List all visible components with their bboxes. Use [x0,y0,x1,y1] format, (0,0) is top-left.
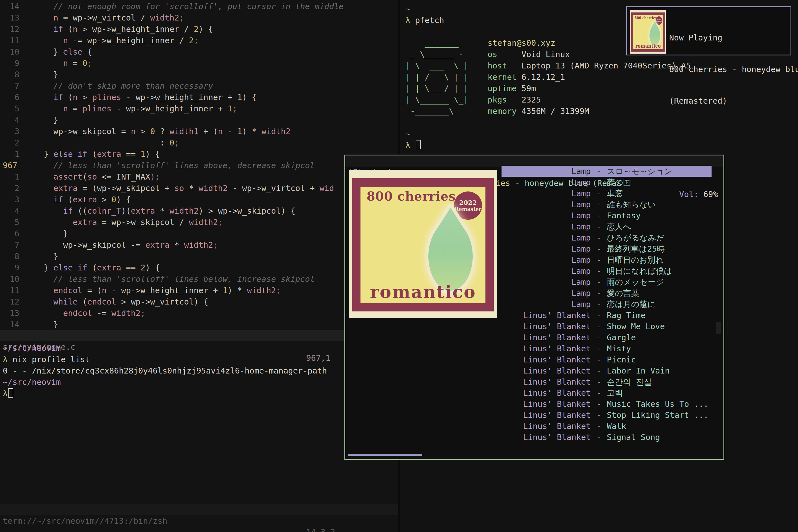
now-playing-notification: 800 cherries 2022 Remaster romantico Now… [626,6,791,55]
code-line: 7 wp->w_skipcol -= extra * width2; [0,240,398,251]
line-number: 7 [0,80,24,92]
playlist-item[interactable]: Lamp-恋は月の蔭に [501,299,711,310]
playlist-item[interactable]: Lamp-Fantasy [501,210,711,221]
music-player-window: [Playing] herries - honeydew blue (Remas… [344,155,724,460]
line-number: 11 [0,285,24,296]
desktop: 14 // not enough room for 'scrolloff', p… [0,0,798,532]
embedded-terminal[interactable]: ~/src/neovimλ nix profile list0 - - /nix… [3,342,396,399]
code-line: 7 // don't skip more than necessary [0,80,398,92]
shell-line: λ nix profile list [3,354,396,365]
line-number: 12 [0,296,24,307]
playlist-item[interactable]: Lamp-雨のメッセージ [501,277,711,288]
code-line: 12 while (endcol > wp->w_virtcol) { [0,296,398,307]
album-title-text: romantico [360,282,486,302]
statusline-term-ruler: 14,3-2 [306,527,335,532]
code-line: 12 if (n > wp->w_height_inner / 2) { [0,23,398,35]
shell-line: 0 - - /nix/store/cq3cx86h28j0y46ls0nhjzj… [3,365,396,377]
playlist-item[interactable]: Linus' Blanket-Music Takes Us To ... [501,398,711,410]
player-progress-bar[interactable] [348,454,422,456]
playlist-item[interactable]: Linus' Blanket-순간의 진실 [501,376,711,387]
code-line: 8 } [0,69,398,80]
code-line: 5 extra = wp->w_skipcol / width2; [0,217,398,228]
line-number: 13 [0,307,24,319]
code-line: 1 } else if (extra == 1) { [0,149,398,160]
playlist-item[interactable]: Lamp-誰も知らない [501,199,711,210]
code-line: 10 // less than 'scrolloff' lines below,… [0,273,398,285]
playlist-item[interactable]: Lamp-恋人へ [501,221,711,232]
code-line: 4 if ((colnr_T)(extra * width2) > wp->w_… [0,205,398,217]
playlist-scrollbar-thumb[interactable] [716,322,721,334]
code-line: 14 // not enough room for 'scrolloff', p… [0,1,398,12]
playlist-item[interactable]: Lamp-愛の言葉 [501,288,711,299]
playlist-item[interactable]: Linus' Blanket-Rag Time [501,310,711,321]
line-number: 13 [0,12,24,23]
shell-line: ~/src/neovim [3,377,396,388]
line-number: 9 [0,58,24,69]
playlist-item[interactable]: Linus' Blanket-고백 [501,387,711,398]
line-number: 1 [0,149,24,160]
code-line: 11 n -= wp->w_height_inner / 2; [0,35,398,46]
line-number: 14 [0,1,24,12]
playlist-item[interactable]: Linus' Blanket-Stop Liking Start ... [501,410,711,421]
terminal-line: | | \___/ | | uptime 59m [405,83,691,94]
code-line: 2 : 0; [0,137,398,149]
nvim-statusline-terminal: term://~/src/neovim//4713:/bin/zsh 14,3-… [0,504,398,515]
playlist-item[interactable]: Linus' Blanket-Show Me Love [501,321,711,332]
playlist-item[interactable]: Linus' Blanket-Walk [501,421,711,432]
playlist-item[interactable]: Lamp-最終列車は25時 [501,243,711,254]
album-art-frame: 800 cherries 2022 Remaster romantico [352,178,494,311]
code-line: 4 } [0,114,398,126]
line-number: 10 [0,46,24,58]
album-artist-text: 800 cherries [634,16,657,20]
playlist-item[interactable]: Lamp-ひろがるなみだ [501,232,711,243]
line-number: 3 [0,126,24,137]
playlist-item[interactable]: Linus' Blanket-Signal Song [501,432,711,443]
code-line: 14 } [0,319,398,330]
playlist-item[interactable]: Lamp-日曜日のお別れ [501,254,711,265]
terminal-line [405,117,691,128]
playlist-item[interactable]: Linus' Blanket-Labor In Vain [501,365,711,376]
playlist-item[interactable]: Linus' Blanket-Gargle [501,332,711,343]
line-number: 5 [0,103,24,114]
line-number: 2 [0,137,24,149]
notification-thumbnail: 800 cherries 2022 Remaster romantico [630,10,666,54]
line-number: 7 [0,240,24,251]
code-line: 967 // less than 'scrolloff' lines above… [0,160,398,171]
notification-track: 800 cherries - honeydew blue [669,64,798,75]
line-number: 6 [0,92,24,103]
code-line: 11 endcol = (n - wp->w_height_inner + 1)… [0,285,398,296]
line-number: 4 [0,114,24,126]
terminal-cursor [8,388,13,398]
code-line: 10 } else { [0,46,398,58]
terminal-line: | \ ___ \ | host Laptop 13 (AMD Ryzen 70… [405,60,691,72]
terminal-line: -_______\ memory 4356M / 31399M [405,106,691,117]
playlist-item-selected[interactable]: Lamp-スロ～モ～ション [501,166,711,177]
line-number: 8 [0,69,24,80]
nvim-statusline-file: src/nvim/move.c 967,1 [0,330,398,341]
playlist: Lamp-スロ～モ～ションLamp-夢の国Lamp-車窓Lamp-誰も知らないL… [501,166,711,443]
nvim-window: 14 // not enough room for 'scrolloff', p… [0,0,398,532]
notification-text: Now Playing 800 cherries - honeydew blue… [669,11,798,127]
current-line-number: 967 [0,160,24,171]
line-number: 3 [0,194,24,205]
line-number: 8 [0,251,24,262]
line-number: 4 [0,205,24,217]
album-artist-text: 800 cherries [366,189,456,203]
line-number: 12 [0,23,24,35]
line-number: 9 [0,262,24,273]
terminal-line: | \______ \_| pkgs 2325 [405,94,691,106]
terminal-line: λ [405,140,691,151]
playlist-item[interactable]: Lamp-夢の国 [501,177,711,188]
code-line: 3 if (extra > 0) { [0,194,398,205]
playlist-item[interactable]: Linus' Blanket-Misty [501,343,711,354]
notification-detail: (Remastered) [669,96,798,106]
terminal-cursor [416,140,421,149]
code-line: 13 n = wp->w_virtcol / width2; [0,12,398,23]
playlist-item[interactable]: Linus' Blanket-Picnic [501,354,711,365]
line-number: 1 [0,171,24,183]
code-line: 1 assert(so <= INT_MAX); [0,171,398,183]
playlist-item[interactable]: Lamp-車窓 [501,188,711,199]
playlist-item[interactable]: Lamp-明日になれば僕は [501,265,711,277]
code-line: 13 endcol -= width2; [0,307,398,319]
line-number: 11 [0,35,24,46]
